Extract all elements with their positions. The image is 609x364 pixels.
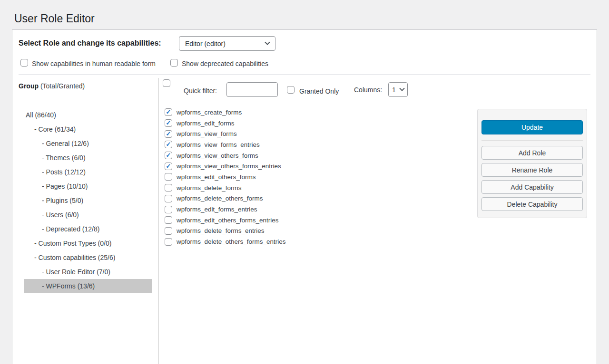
capability-checkbox[interactable]: ✓ xyxy=(165,152,172,159)
capability-row: ✓wpforms_view_forms xyxy=(165,128,286,139)
divider xyxy=(19,74,590,75)
select-role-label: Select Role and change its capabilities: xyxy=(19,39,161,48)
capability-row: wpforms_edit_others_forms xyxy=(165,172,286,182)
capability-checkbox[interactable] xyxy=(165,184,172,192)
capability-label: wpforms_create_forms xyxy=(177,109,242,116)
capability-row: wpforms_delete_others_forms xyxy=(165,193,286,204)
actions-panel: Update Add RoleRename RoleAdd Capability… xyxy=(477,109,587,218)
capability-checkbox[interactable] xyxy=(165,173,172,181)
capability-checkbox[interactable] xyxy=(165,238,172,246)
add-role-button[interactable]: Add Role xyxy=(481,146,583,160)
group-tree-item[interactable]: - Themes (6/0) xyxy=(24,151,152,165)
columns-select-value: 1 xyxy=(392,86,400,94)
capability-row: ✓wpforms_create_forms xyxy=(165,107,286,118)
capability-row: ✓wpforms_edit_forms xyxy=(165,118,286,129)
capability-checkbox[interactable]: ✓ xyxy=(165,119,172,127)
capability-checkbox[interactable]: ✓ xyxy=(165,141,172,148)
capability-label: wpforms_view_others_forms xyxy=(177,152,258,159)
capability-label: wpforms_edit_forms_entries xyxy=(177,206,257,213)
checkmark-icon: ✓ xyxy=(166,163,171,169)
capability-list: ✓wpforms_create_forms✓wpforms_edit_forms… xyxy=(165,107,286,247)
secondary-actions: Add RoleRename RoleAdd CapabilityDelete … xyxy=(481,146,583,211)
group-tree-item[interactable]: - Custom capabilities (25/6) xyxy=(24,250,152,265)
capability-row: wpforms_delete_forms_entries xyxy=(165,226,286,237)
quick-filter-label: Quick filter: xyxy=(184,87,217,95)
capability-row: wpforms_delete_others_forms_entries xyxy=(165,236,286,247)
chevron-down-icon xyxy=(265,39,270,45)
divider xyxy=(481,140,583,141)
add-capability-button[interactable]: Add Capability xyxy=(481,180,583,194)
capability-label: wpforms_delete_others_forms xyxy=(177,195,263,202)
checkmark-icon: ✓ xyxy=(166,120,171,126)
human-readable-label: Show capabilities in human readable form xyxy=(32,60,156,67)
group-tree-item[interactable]: - Users (6/0) xyxy=(24,208,152,222)
capability-label: wpforms_edit_others_forms xyxy=(177,173,256,181)
group-column-header: Group (Total/Granted) xyxy=(19,82,85,90)
checkmark-icon: ✓ xyxy=(166,152,171,158)
delete-capability-button[interactable]: Delete Capability xyxy=(481,197,583,211)
checkmark-icon: ✓ xyxy=(166,141,171,147)
role-select-value: Editor (editor) xyxy=(185,40,265,48)
group-tree-item[interactable]: - WPForms (13/6) xyxy=(24,279,152,293)
group-tree-item[interactable]: - Posts (12/12) xyxy=(24,165,152,179)
capability-row: ✓wpforms_view_forms_entries xyxy=(165,139,286,150)
quick-filter-input[interactable] xyxy=(226,82,278,97)
main-panel: Select Role and change its capabilities:… xyxy=(12,29,597,364)
capability-label: wpforms_delete_forms xyxy=(177,184,242,192)
rename-role-button[interactable]: Rename Role xyxy=(481,163,583,177)
column-divider xyxy=(158,78,159,364)
group-tree-item[interactable]: - Core (61/34) xyxy=(24,122,152,136)
group-tree-item[interactable]: - General (12/6) xyxy=(24,136,152,151)
human-readable-checkbox[interactable] xyxy=(20,59,28,67)
columns-select[interactable]: 1 xyxy=(388,82,408,97)
update-button[interactable]: Update xyxy=(481,120,583,134)
capability-checkbox[interactable] xyxy=(165,227,172,235)
columns-label: Columns: xyxy=(354,86,382,94)
group-tree-item[interactable]: - Deprecated (12/8) xyxy=(24,222,152,236)
granted-only-label: Granted Only xyxy=(299,87,339,95)
show-deprecated-label: Show deprecated capabilities xyxy=(182,60,268,67)
show-deprecated-checkbox[interactable] xyxy=(170,59,178,67)
group-tree-item[interactable]: - Custom Post Types (0/0) xyxy=(24,236,152,250)
divider xyxy=(19,101,590,101)
capability-label: wpforms_delete_others_forms_entries xyxy=(177,238,286,245)
group-tree-item[interactable]: All (86/40) xyxy=(24,108,152,122)
capability-checkbox[interactable]: ✓ xyxy=(165,108,172,116)
checkmark-icon: ✓ xyxy=(166,131,171,137)
group-tree-item[interactable]: - User Role Editor (7/0) xyxy=(24,265,152,279)
group-tree: All (86/40)- Core (61/34)- General (12/6… xyxy=(24,108,152,293)
capability-label: wpforms_edit_others_forms_entries xyxy=(177,217,279,224)
chevron-down-icon xyxy=(399,86,404,91)
user-role-editor-screen: User Role Editor Select Role and change … xyxy=(0,0,609,364)
page-title: User Role Editor xyxy=(14,12,95,25)
group-header-title: Group xyxy=(19,82,39,90)
capability-checkbox[interactable] xyxy=(165,195,172,202)
role-select[interactable]: Editor (editor) xyxy=(179,36,275,51)
capability-row: wpforms_edit_others_forms_entries xyxy=(165,215,286,226)
capability-checkbox[interactable]: ✓ xyxy=(165,130,172,138)
capability-row: wpforms_delete_forms xyxy=(165,182,286,193)
checkmark-icon: ✓ xyxy=(166,109,171,115)
select-all-checkbox[interactable] xyxy=(163,79,170,87)
capability-label: wpforms_delete_forms_entries xyxy=(177,227,265,234)
group-tree-item[interactable]: - Pages (10/10) xyxy=(24,179,152,193)
group-tree-item[interactable]: - Plugins (5/0) xyxy=(24,193,152,208)
capability-checkbox[interactable] xyxy=(165,206,172,213)
capability-label: wpforms_view_forms xyxy=(177,130,237,137)
capability-row: ✓wpforms_view_others_forms xyxy=(165,150,286,161)
capability-row: wpforms_edit_forms_entries xyxy=(165,204,286,215)
capability-label: wpforms_view_forms_entries xyxy=(177,141,260,148)
capability-checkbox[interactable]: ✓ xyxy=(165,163,172,170)
group-header-suffix: (Total/Granted) xyxy=(40,82,85,90)
granted-only-checkbox[interactable] xyxy=(287,86,295,94)
capability-checkbox[interactable] xyxy=(165,216,172,224)
capability-label: wpforms_view_others_forms_entries xyxy=(177,163,281,170)
capability-label: wpforms_edit_forms xyxy=(177,120,235,127)
capability-row: ✓wpforms_view_others_forms_entries xyxy=(165,161,286,172)
